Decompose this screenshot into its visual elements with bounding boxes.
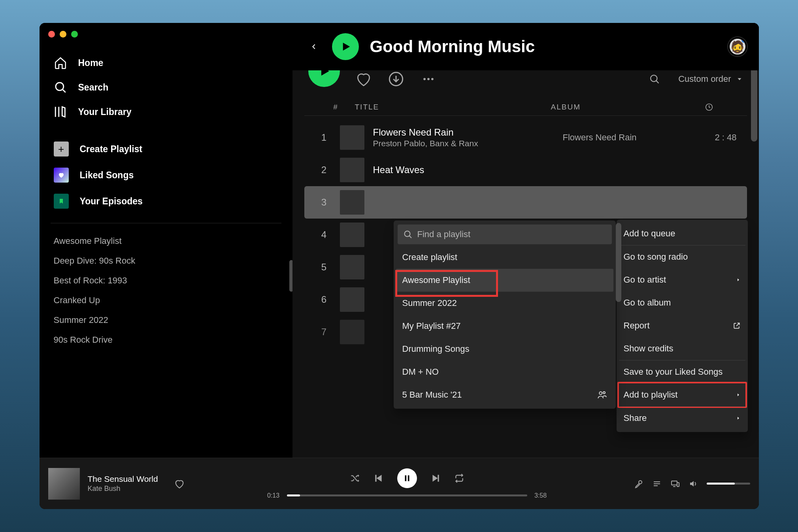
sidebar-playlist-item[interactable]: Deep Dive: 90s Rock <box>51 251 281 271</box>
sidebar-playlist-item[interactable]: Summer 2022 <box>51 310 281 330</box>
chevron-right-icon <box>736 392 741 398</box>
queue-button[interactable] <box>652 479 662 489</box>
col-number[interactable]: # <box>324 103 348 111</box>
sidebar-playlist-item[interactable]: 90s Rock Drive <box>51 330 281 350</box>
submenu-playlist-item[interactable]: DM + NO <box>396 360 613 383</box>
main-scrollbar[interactable] <box>751 62 757 141</box>
extra-controls <box>600 479 750 489</box>
find-playlist-search[interactable] <box>398 224 612 244</box>
nav-home[interactable]: Home <box>51 51 281 75</box>
mic-icon <box>634 479 643 489</box>
volume-button[interactable] <box>689 479 698 489</box>
cm-add-to-queue[interactable]: Add to queue <box>619 222 745 245</box>
dots-icon <box>422 72 435 86</box>
svg-rect-32 <box>672 481 677 485</box>
profile-avatar[interactable]: 🧔 <box>728 37 747 56</box>
cm-go-to-album[interactable]: Go to album <box>619 291 745 314</box>
cm-go-to-artist[interactable]: Go to artist <box>619 268 745 291</box>
next-icon <box>430 473 441 483</box>
minimize-window-button[interactable] <box>60 31 66 38</box>
col-title[interactable]: TITLE <box>348 103 551 111</box>
play-pause-button[interactable] <box>397 468 417 488</box>
now-playing-title[interactable]: The Sensual World <box>88 474 158 484</box>
track-number: 4 <box>312 229 336 240</box>
cm-go-to-song-radio[interactable]: Go to song radio <box>619 245 745 268</box>
submenu-create-playlist[interactable]: Create playlist <box>396 246 613 269</box>
search-in-playlist-button[interactable] <box>646 70 663 88</box>
sidebar-playlist-item[interactable]: Cranked Up <box>51 291 281 310</box>
nav-search[interactable]: Search <box>51 75 281 100</box>
repeat-icon <box>454 473 464 483</box>
devices-button[interactable] <box>670 479 680 489</box>
heart-icon <box>54 168 69 183</box>
track-artist[interactable]: Preston Pablo, Banx & Ranx <box>373 139 563 148</box>
liked-songs-label: Liked Songs <box>80 170 134 181</box>
back-button[interactable] <box>304 37 323 56</box>
cm-share[interactable]: Share <box>619 407 745 430</box>
nav-library[interactable]: Your Library <box>51 100 281 124</box>
create-playlist-button[interactable]: + Create Playlist <box>51 136 281 162</box>
lyrics-button[interactable] <box>634 479 643 489</box>
col-duration[interactable] <box>693 103 725 111</box>
now-playing-art[interactable] <box>48 468 80 500</box>
svg-point-21 <box>603 392 605 394</box>
bookmark-icon <box>54 194 69 209</box>
context-menu: Add to queue Go to song radio Go to arti… <box>617 220 748 432</box>
volume-slider[interactable] <box>707 483 750 485</box>
seek-bar[interactable] <box>287 494 527 496</box>
previous-button[interactable] <box>374 473 384 483</box>
submenu-playlist-item[interactable]: My Playlist #27 <box>396 315 613 338</box>
shuffle-button[interactable] <box>350 473 360 483</box>
sort-order-button[interactable]: Custom order <box>678 74 743 84</box>
svg-rect-25 <box>407 475 409 481</box>
submenu-scrollbar[interactable] <box>616 223 621 302</box>
album-art <box>340 158 364 182</box>
close-window-button[interactable] <box>48 31 55 38</box>
svg-line-19 <box>409 236 411 238</box>
sidebar-divider <box>51 223 281 223</box>
download-icon <box>388 71 404 87</box>
table-header: # TITLE ALBUM <box>304 100 747 116</box>
sidebar-playlist-item[interactable]: Best of Rock: 1993 <box>51 271 281 291</box>
track-number: 1 <box>312 132 336 143</box>
next-button[interactable] <box>430 473 441 483</box>
your-episodes-button[interactable]: Your Episodes <box>51 188 281 214</box>
clock-icon <box>705 103 713 111</box>
sidebar-playlist-item[interactable]: Awesome Playlist <box>51 231 281 251</box>
submenu-playlist-item[interactable]: Awesome Playlist <box>396 269 613 292</box>
track-row[interactable]: 2 Heat Waves <box>304 154 747 186</box>
download-button[interactable] <box>387 70 405 88</box>
track-row[interactable]: 1 Flowers Need Rain Preston Pablo, Banx … <box>304 121 747 154</box>
find-playlist-input[interactable] <box>417 229 606 240</box>
sidebar: Home Search Your Library + Create Playli… <box>40 23 292 458</box>
submenu-playlist-item[interactable]: Summer 2022 <box>396 292 613 315</box>
repeat-button[interactable] <box>454 473 464 483</box>
now-playing-artist[interactable]: Kate Bush <box>88 485 158 493</box>
submenu-playlist-item[interactable]: 5 Bar Music '21 <box>396 383 613 406</box>
liked-songs-button[interactable]: Liked Songs <box>51 162 281 188</box>
cm-add-to-playlist[interactable]: Add to playlist <box>617 382 747 408</box>
more-options-button[interactable] <box>420 70 437 88</box>
search-icon <box>403 230 413 239</box>
cm-report[interactable]: Report <box>619 314 745 337</box>
submenu-playlist-item[interactable]: Drumming Songs <box>396 338 613 360</box>
svg-marker-13 <box>738 78 741 80</box>
svg-point-28 <box>639 481 642 484</box>
heart-outline-icon <box>355 70 372 88</box>
cm-save-to-liked[interactable]: Save to your Liked Songs <box>619 360 745 383</box>
now-playing: The Sensual World Kate Bush <box>48 468 214 500</box>
cm-show-credits[interactable]: Show credits <box>619 337 745 360</box>
your-episodes-label: Your Episodes <box>80 196 143 207</box>
track-album[interactable]: Flowers Need Rain <box>563 132 705 143</box>
queue-icon <box>652 479 662 489</box>
svg-marker-15 <box>738 279 739 281</box>
topbar-play-button[interactable] <box>332 33 359 60</box>
external-link-icon <box>733 322 741 330</box>
like-playlist-button[interactable] <box>355 70 372 88</box>
fullscreen-window-button[interactable] <box>71 31 78 38</box>
play-icon <box>340 41 351 53</box>
svg-point-18 <box>404 231 410 237</box>
col-album[interactable]: ALBUM <box>551 103 693 111</box>
like-track-button[interactable] <box>174 478 185 489</box>
track-row[interactable]: 3 <box>304 186 747 219</box>
